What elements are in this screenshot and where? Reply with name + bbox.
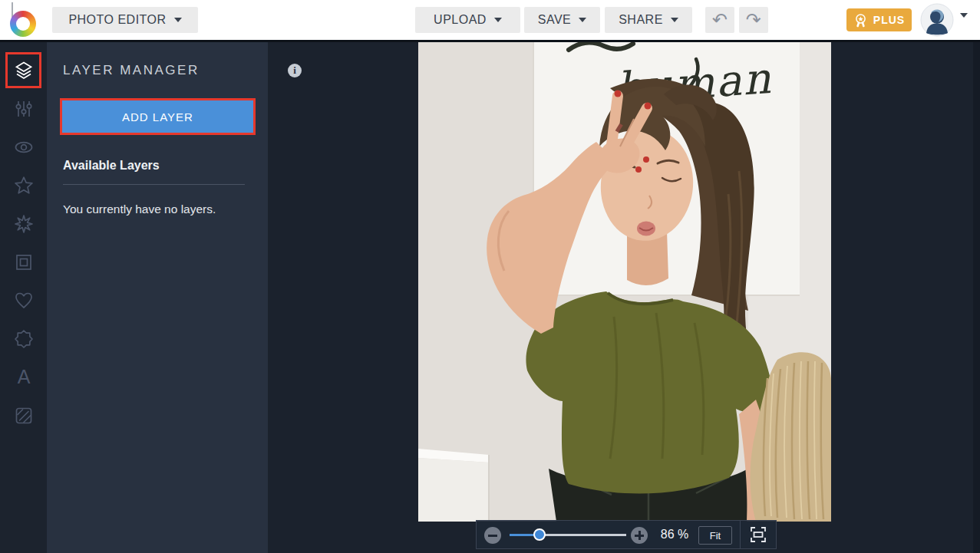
- save-button[interactable]: SAVE: [524, 7, 600, 33]
- share-label: SHARE: [619, 13, 663, 27]
- upload-label: UPLOAD: [434, 13, 487, 27]
- star-icon: [14, 176, 34, 196]
- layers-icon: [14, 61, 34, 81]
- splat-icon: [14, 214, 34, 234]
- tool-frames[interactable]: [5, 244, 41, 280]
- badge-icon: [14, 329, 34, 349]
- fullscreen-button[interactable]: [740, 521, 776, 548]
- text-icon: A: [14, 367, 34, 387]
- plus-label: PLUS: [873, 14, 905, 26]
- mode-selector-label: PHOTO EDITOR: [68, 13, 166, 27]
- svg-text:A: A: [17, 367, 30, 387]
- canvas-top-shadow: [0, 40, 980, 42]
- chevron-down-icon: [960, 13, 968, 31]
- tool-favorites[interactable]: [5, 282, 41, 318]
- redo-button[interactable]: ↷: [739, 7, 768, 33]
- photo-canvas[interactable]: human: [418, 41, 831, 522]
- upload-button[interactable]: UPLOAD: [415, 7, 520, 33]
- heart-icon: [14, 291, 34, 311]
- fit-button[interactable]: Fit: [698, 526, 732, 545]
- zoom-in-button[interactable]: [631, 527, 648, 544]
- panel-title: LAYER MANAGER: [63, 63, 200, 78]
- medal-icon: [853, 13, 868, 28]
- empty-layers-message: You currently have no layers.: [63, 202, 216, 216]
- tool-effects[interactable]: [5, 167, 41, 203]
- account-menu-caret[interactable]: [960, 18, 968, 31]
- user-avatar[interactable]: [920, 3, 954, 37]
- info-icon[interactable]: [288, 64, 302, 77]
- undo-icon: ↶: [712, 9, 728, 31]
- available-layers-heading: Available Layers: [63, 159, 160, 173]
- photo-editor-app: PHOTO EDITOR UPLOAD SAVE SHARE ↶ ↷: [0, 0, 980, 553]
- save-label: SAVE: [538, 13, 572, 27]
- plus-icon-v: [638, 531, 641, 540]
- fit-screen-icon: [749, 525, 767, 544]
- texture-icon: [14, 406, 34, 426]
- eye-icon: [14, 137, 34, 157]
- chevron-down-icon: [579, 18, 586, 22]
- tool-adjustments[interactable]: [5, 91, 41, 127]
- zoom-percent-label: 86 %: [650, 521, 699, 548]
- layer-manager-panel: LAYER MANAGER ADD LAYER Available Layers…: [47, 40, 268, 553]
- add-layer-button[interactable]: ADD LAYER: [60, 98, 256, 135]
- tool-rail: A: [0, 40, 47, 553]
- tool-text[interactable]: A: [5, 359, 41, 395]
- frame-icon: [14, 252, 34, 272]
- zoom-out-button[interactable]: [484, 527, 501, 544]
- tool-stickers[interactable]: [5, 206, 41, 242]
- canvas-workspace: human: [268, 40, 980, 553]
- content-area: A LAYER MANAGER ADD LAYER Available Laye…: [0, 40, 980, 553]
- photo-image: human: [418, 41, 831, 522]
- chevron-down-icon: [174, 18, 182, 22]
- undo-button[interactable]: ↶: [705, 7, 734, 33]
- divider: [63, 184, 245, 185]
- tool-layers[interactable]: [5, 52, 41, 88]
- sliders-icon: [14, 99, 34, 119]
- zoom-toolbar: 86 % Fit: [476, 520, 777, 549]
- top-bar: PHOTO EDITOR UPLOAD SAVE SHARE ↶ ↷: [0, 0, 980, 40]
- minus-icon: [488, 535, 497, 537]
- tool-shapes[interactable]: [5, 321, 41, 357]
- chevron-down-icon: [494, 18, 502, 22]
- mode-selector-button[interactable]: PHOTO EDITOR: [52, 7, 198, 33]
- plus-upgrade-button[interactable]: PLUS: [846, 8, 912, 31]
- tool-retouch[interactable]: [5, 129, 41, 165]
- share-button[interactable]: SHARE: [605, 7, 692, 33]
- right-scrollbar[interactable]: [973, 40, 980, 553]
- redo-icon: ↷: [746, 9, 762, 31]
- logo-color-ring: [10, 11, 36, 37]
- tool-textures[interactable]: [5, 397, 41, 433]
- ipiccy-logo[interactable]: [10, 2, 41, 38]
- avatar-icon: [920, 3, 954, 37]
- zoom-slider[interactable]: [510, 534, 626, 536]
- zoom-slider-thumb[interactable]: [533, 528, 546, 541]
- chevron-down-icon: [671, 18, 678, 22]
